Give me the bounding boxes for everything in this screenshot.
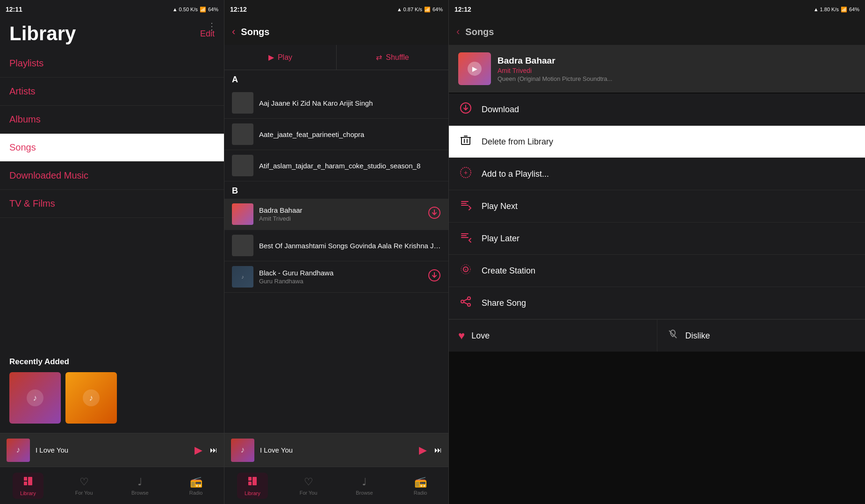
library-nav: Playlists Artists Albums Songs Downloade… (0, 50, 224, 350)
menu-item-playlist[interactable]: + Add to a Playlist... (449, 158, 865, 190)
nav-tv-films[interactable]: TV & Films (0, 190, 224, 218)
tab-for-you-label-2: For You (300, 490, 317, 496)
tab-browse-label-2: Browse (356, 490, 373, 496)
tab-browse[interactable]: ♩ Browse (112, 476, 168, 496)
wifi-icon-2: 📶 (424, 7, 431, 13)
song-row-atif[interactable]: Atif_aslam_tajdar_e_haram_coke_studio_se… (224, 150, 448, 181)
nav-artists[interactable]: Artists (0, 78, 224, 106)
song-name-aaj: Aaj Jaane Ki Zid Na Karo Arijit Singh (259, 99, 441, 107)
tab-library-label: Library (20, 490, 36, 496)
shuffle-button-2[interactable]: ⇄ Shuffle (337, 45, 448, 70)
now-playing-bar[interactable]: ♪ I Love You ▶ ⏭ (0, 433, 224, 467)
status-icons-2: ▲ 0.87 K/s 📶 64% (397, 7, 443, 13)
song-row-best[interactable]: Best Of Janmashtami Songs Govinda Aala R… (224, 230, 448, 261)
tab-library[interactable]: Library (0, 473, 56, 499)
status-icons-1: ▲ 0.50 K/s 📶 64% (173, 7, 218, 13)
song-artist-badra: Amit Trivedi (259, 215, 422, 222)
skip-btn[interactable]: ⏭ (210, 446, 217, 454)
tab-radio[interactable]: 📻 Radio (168, 476, 224, 496)
play-shuffle-bar-2: ▶ Play ⇄ Shuffle (224, 45, 448, 70)
signal-1: ▲ 0.50 K/s (173, 7, 198, 12)
download-icon-badra[interactable] (428, 206, 441, 222)
battery-2: 64% (432, 7, 443, 12)
tab-for-you[interactable]: ♡ For You (56, 476, 112, 496)
nav-songs[interactable]: Songs (0, 134, 224, 162)
menu-item-share[interactable]: Share Song (449, 287, 865, 319)
play-arrow-icon: ▶ (268, 53, 274, 62)
svg-rect-4 (24, 477, 27, 481)
back-button-2[interactable]: ‹ (232, 26, 235, 38)
signal-3: ▲ 1.80 K/s (814, 7, 839, 12)
love-icon: ♥ (458, 329, 465, 342)
tab-for-you-2[interactable]: ♡ For You (281, 476, 337, 496)
signal-2: ▲ 0.87 K/s (397, 7, 422, 12)
playlist-menu-icon: + (458, 166, 473, 181)
menu-item-delete[interactable]: Delete from Library (449, 126, 865, 158)
nav-playlists[interactable]: Playlists (0, 50, 224, 78)
album-thumb-2[interactable]: ♪ (65, 372, 117, 424)
song-info-best: Best Of Janmashtami Songs Govinda Aala R… (259, 242, 441, 250)
tab-browse-2[interactable]: ♩ Browse (337, 476, 393, 496)
page-title: Library (9, 22, 76, 45)
love-label: Love (471, 331, 490, 341)
song-row-badra[interactable]: Badra Bahaar Amit Trivedi (224, 199, 448, 230)
share-label: Share Song (482, 298, 526, 308)
now-playing-thumb: ♪ (7, 439, 30, 462)
song-thumb-badra (232, 203, 253, 225)
song-thumb-best (232, 235, 253, 256)
now-playing-bar-2[interactable]: ♪ I Love You ▶ ⏭ (224, 433, 448, 467)
skip-btn-2[interactable]: ⏭ (434, 446, 442, 454)
now-playing-info-2: I Love You (260, 446, 413, 454)
wifi-icon-3: 📶 (841, 7, 847, 13)
recently-added-title: Recently Added (9, 357, 215, 367)
library-tab-icon (22, 475, 34, 490)
tab-radio-label-2: Radio (414, 490, 427, 496)
song-row-black[interactable]: ♪ Black - Guru Randhawa Guru Randhawa (224, 261, 448, 293)
delete-label: Delete from Library (482, 137, 553, 147)
download-svg-black (428, 269, 441, 282)
status-icons-3: ▲ 1.80 K/s 📶 64% (814, 7, 859, 13)
playlist-label: Add to a Playlist... (482, 169, 549, 179)
tab-library-2[interactable]: Library (224, 473, 281, 499)
menu-item-download[interactable]: Download (449, 94, 865, 126)
play-button-2[interactable]: ▶ Play (224, 45, 337, 70)
menu-item-playlater[interactable]: Play Later (449, 223, 865, 255)
now-playing-title-2: I Love You (260, 446, 413, 454)
song-info-badra: Badra Bahaar Amit Trivedi (259, 206, 422, 222)
download-menu-icon (458, 102, 473, 117)
now-playing-info: I Love You (36, 446, 189, 454)
download-label: Download (482, 105, 519, 115)
song-row-aate[interactable]: Aate_jaate_feat_parineeti_chopra (224, 119, 448, 150)
battery-1: 64% (208, 7, 218, 12)
time-1: 12:11 (6, 6, 22, 13)
dislike-item[interactable]: Dislike (657, 320, 865, 352)
svg-rect-10 (248, 482, 252, 485)
album-thumb-1[interactable]: ♪ (9, 372, 61, 424)
play-mini-btn-2[interactable]: ▶ (419, 444, 427, 456)
song-artist-black: Guru Randhawa (259, 278, 422, 285)
more-options-btn[interactable]: ⋮ (207, 21, 216, 32)
svg-rect-5 (24, 482, 27, 485)
tab-radio-2[interactable]: 📻 Radio (392, 476, 448, 496)
svg-point-21 (468, 303, 470, 306)
nav-albums[interactable]: Albums (0, 106, 224, 134)
menu-item-playnext[interactable]: Play Next (449, 190, 865, 223)
now-playing-controls-2: ▶ ⏭ (419, 444, 442, 456)
nav-downloaded[interactable]: Downloaded Music (0, 162, 224, 190)
status-bar-2: 12:12 ▲ 0.87 K/s 📶 64% (224, 0, 448, 19)
love-item[interactable]: ♥ Love (449, 320, 657, 352)
tab-bar-1: Library ♡ For You ♩ Browse 📻 Radio (0, 467, 224, 504)
play-mini-btn[interactable]: ▶ (195, 444, 202, 456)
back-button-3[interactable]: ‹ (456, 26, 460, 38)
svg-rect-9 (248, 477, 252, 481)
svg-text:♪: ♪ (33, 393, 37, 403)
recently-added-grid: ♪ ♪ (9, 372, 215, 424)
menu-item-station[interactable]: + Create Station (449, 255, 865, 287)
now-playing-thumb-2: ♪ (231, 439, 254, 462)
song-row-aaj[interactable]: Aaj Jaane Ki Zid Na Karo Arijit Singh (224, 87, 448, 119)
section-letter-a: A (224, 70, 448, 87)
download-icon-black[interactable] (428, 269, 441, 285)
svg-rect-6 (28, 477, 32, 485)
share-menu-icon (458, 295, 473, 310)
heart-tab-icon-2: ♡ (304, 476, 313, 488)
